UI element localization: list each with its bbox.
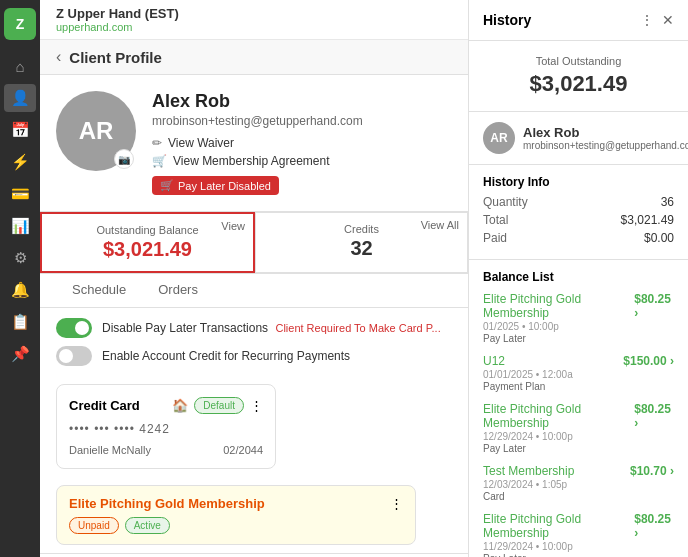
home-icon: 🏠 bbox=[172, 398, 188, 413]
total-value: $3,021.49 bbox=[621, 213, 674, 227]
total-row: Total $3,021.49 bbox=[483, 213, 674, 227]
credit-card: Credit Card 🏠 Default ⋮ •••• ••• •••• 42… bbox=[56, 384, 276, 469]
sidebar-nav: Z ⌂ 👤 📅 ⚡ 💳 📊 ⚙ 🔔 📋 📌 bbox=[0, 0, 40, 557]
paid-row: Paid $0.00 bbox=[483, 231, 674, 245]
view-membership-link[interactable]: 🛒 View Membership Agreement bbox=[152, 154, 452, 168]
history-client-name: Alex Rob bbox=[523, 125, 688, 140]
main-content: Z Upper Hand (EST) upperhand.com ‹ Clien… bbox=[40, 0, 468, 557]
outstanding-label: Outstanding Balance bbox=[58, 224, 237, 236]
paid-value: $0.00 bbox=[644, 231, 674, 245]
disable-pay-later-toggle-row: Disable Pay Later Transactions Client Re… bbox=[56, 318, 452, 338]
outstanding-total-value: $3,021.49 bbox=[483, 71, 674, 97]
camera-icon[interactable]: 📷 bbox=[114, 149, 134, 169]
balance-item[interactable]: Elite Pitching Gold Membership $80.25 › … bbox=[483, 402, 674, 454]
active-badge: Active bbox=[125, 517, 170, 534]
quantity-row: Quantity 36 bbox=[483, 195, 674, 209]
view-link[interactable]: View bbox=[221, 220, 245, 232]
membership-card: Elite Pitching Gold Membership ⋮ Unpaid … bbox=[56, 485, 416, 545]
history-client-info: AR Alex Rob mrobinson+testing@getupperha… bbox=[469, 112, 688, 165]
history-avatar: AR bbox=[483, 122, 515, 154]
credits-card: View All Credits 32 bbox=[255, 212, 468, 273]
cc-cardholder-name: Danielle McNally bbox=[69, 444, 151, 456]
account-section: Account Information ✏ Verified ✔ Passwor… bbox=[40, 553, 468, 557]
nav-icon-settings[interactable]: ⚙ bbox=[4, 244, 36, 272]
membership-header: Elite Pitching Gold Membership ⋮ bbox=[69, 496, 403, 511]
history-client-details: Alex Rob mrobinson+testing@getupperhand.… bbox=[523, 125, 688, 151]
tabs-row: Schedule Orders bbox=[40, 274, 468, 308]
quantity-value: 36 bbox=[661, 195, 674, 209]
nav-icon-notifications[interactable]: 🔔 bbox=[4, 276, 36, 304]
profile-header: ‹ Client Profile bbox=[40, 40, 468, 75]
profile-section: AR 📷 Alex Rob mrobinson+testing@getupper… bbox=[40, 75, 468, 211]
default-badge: Default bbox=[194, 397, 244, 414]
balance-item[interactable]: Elite Pitching Gold Membership $80.25 › … bbox=[483, 512, 674, 557]
outstanding-balance-card: View Outstanding Balance $3,021.49 bbox=[40, 212, 255, 273]
cc-number: •••• ••• •••• 4242 bbox=[69, 422, 263, 436]
cc-title: Credit Card bbox=[69, 398, 140, 413]
history-info-section: History Info Quantity 36 Total $3,021.49… bbox=[469, 165, 688, 260]
enable-account-credit-toggle-row: Enable Account Credit for Recurring Paym… bbox=[56, 346, 452, 366]
action-links: ✏ View Waiver 🛒 View Membership Agreemen… bbox=[152, 136, 452, 168]
avatar-initials: AR bbox=[79, 117, 114, 145]
org-name: Z Upper Hand (EST) bbox=[56, 6, 452, 21]
toggles-section: Disable Pay Later Transactions Client Re… bbox=[40, 308, 468, 376]
enable-account-credit-toggle[interactable] bbox=[56, 346, 92, 366]
disable-pay-later-label: Disable Pay Later Transactions Client Re… bbox=[102, 321, 441, 335]
page-title: Client Profile bbox=[69, 49, 162, 66]
nav-icon-calendar[interactable]: 📅 bbox=[4, 116, 36, 144]
nav-icon-pin[interactable]: 📌 bbox=[4, 340, 36, 368]
view-waiver-link[interactable]: ✏ View Waiver bbox=[152, 136, 452, 150]
tab-orders[interactable]: Orders bbox=[142, 274, 214, 307]
nav-icon-fitness[interactable]: ⚡ bbox=[4, 148, 36, 176]
quantity-label: Quantity bbox=[483, 195, 528, 209]
membership-badges: Unpaid Active bbox=[69, 517, 403, 534]
nav-icon-clipboard[interactable]: 📋 bbox=[4, 308, 36, 336]
disable-pay-later-toggle[interactable] bbox=[56, 318, 92, 338]
outstanding-total-label: Total Outstanding bbox=[483, 55, 674, 67]
membership-icon: 🛒 bbox=[152, 154, 167, 168]
cc-footer: Danielle McNally 02/2044 bbox=[69, 444, 263, 456]
org-bar: Z Upper Hand (EST) upperhand.com bbox=[40, 0, 468, 40]
history-close-icon[interactable]: ✕ bbox=[662, 12, 674, 28]
balance-list-section: Balance List Elite Pitching Gold Members… bbox=[469, 260, 688, 557]
history-actions: ⋮ ✕ bbox=[640, 12, 674, 28]
stats-row: View Outstanding Balance $3,021.49 View … bbox=[40, 211, 468, 274]
total-label: Total bbox=[483, 213, 508, 227]
nav-icon-reports[interactable]: 📊 bbox=[4, 212, 36, 240]
balance-item[interactable]: U12 $150.00 › 01/01/2025 • 12:00a Paymen… bbox=[483, 354, 674, 392]
pay-later-badge: 🛒 Pay Later Disabled bbox=[152, 176, 279, 195]
required-text: Client Required To Make Card P... bbox=[275, 322, 440, 334]
outstanding-section: Total Outstanding $3,021.49 bbox=[469, 41, 688, 112]
more-options-icon[interactable]: ⋮ bbox=[250, 398, 263, 413]
balance-list-title: Balance List bbox=[483, 270, 674, 284]
membership-section: Elite Pitching Gold Membership ⋮ Unpaid … bbox=[40, 477, 468, 553]
cc-expiry: 02/2044 bbox=[223, 444, 263, 456]
view-all-link[interactable]: View All bbox=[421, 219, 459, 231]
membership-name: Elite Pitching Gold Membership bbox=[69, 496, 265, 511]
enable-account-credit-label: Enable Account Credit for Recurring Paym… bbox=[102, 349, 350, 363]
back-button[interactable]: ‹ bbox=[56, 48, 61, 66]
balance-item[interactable]: Elite Pitching Gold Membership $80.25 › … bbox=[483, 292, 674, 344]
balance-item[interactable]: Test Membership $10.70 › 12/03/2024 • 1:… bbox=[483, 464, 674, 502]
history-panel-header: History ⋮ ✕ bbox=[469, 0, 688, 41]
cart-icon: 🛒 bbox=[160, 179, 174, 192]
unpaid-badge: Unpaid bbox=[69, 517, 119, 534]
credits-value: 32 bbox=[272, 237, 451, 260]
history-info-title: History Info bbox=[483, 175, 674, 189]
nav-icon-users[interactable]: 👤 bbox=[4, 84, 36, 112]
org-link[interactable]: upperhand.com bbox=[56, 21, 452, 33]
membership-more-icon[interactable]: ⋮ bbox=[390, 496, 403, 511]
nav-icon-payment[interactable]: 💳 bbox=[4, 180, 36, 208]
history-more-icon[interactable]: ⋮ bbox=[640, 12, 654, 28]
credit-card-section: Credit Card 🏠 Default ⋮ •••• ••• •••• 42… bbox=[40, 376, 468, 477]
avatar: AR 📷 bbox=[56, 91, 136, 171]
paid-label: Paid bbox=[483, 231, 507, 245]
org-logo[interactable]: Z bbox=[4, 8, 36, 40]
avatar-area: AR 📷 bbox=[56, 91, 136, 195]
nav-icon-home[interactable]: ⌂ bbox=[4, 52, 36, 80]
cc-header: Credit Card 🏠 Default ⋮ bbox=[69, 397, 263, 414]
balance-items-list: Elite Pitching Gold Membership $80.25 › … bbox=[483, 292, 674, 557]
client-name: Alex Rob bbox=[152, 91, 452, 112]
membership-label: View Membership Agreement bbox=[173, 154, 330, 168]
tab-schedule[interactable]: Schedule bbox=[56, 274, 142, 307]
